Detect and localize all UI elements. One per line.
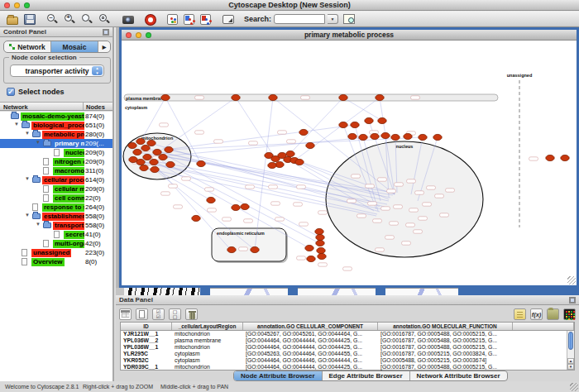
expander-icon[interactable]: ▼ xyxy=(36,140,41,145)
tab-node-attribute-browser[interactable]: Node Attribute Browser xyxy=(234,371,323,380)
network-canvas[interactable]: plasma membranecytoplasmmitochondrionnuc… xyxy=(122,41,577,285)
attribute-table-body[interactable]: YJR121W__1mitochondrion[GO:0045267, GO:0… xyxy=(121,331,574,370)
expander-icon[interactable]: ▼ xyxy=(25,131,30,136)
tree-row[interactable]: ▼biological_process651(0) xyxy=(0,121,112,130)
network-node[interactable] xyxy=(140,165,148,170)
network-node[interactable] xyxy=(227,246,236,252)
network-node[interactable] xyxy=(299,129,308,135)
zoom-region-icon[interactable] xyxy=(99,14,111,25)
column-header[interactable]: annotation.GO MOLECULAR_FUNCTION xyxy=(378,323,513,330)
table-cell[interactable]: YPL036W__1 xyxy=(121,344,172,351)
table-cell[interactable] xyxy=(513,337,574,344)
network-node[interactable] xyxy=(192,215,200,221)
layout-icon[interactable] xyxy=(167,14,178,25)
network-node[interactable] xyxy=(232,94,240,100)
network-node[interactable] xyxy=(136,138,145,144)
network-node[interactable] xyxy=(359,134,367,140)
frame-resize-grip[interactable] xyxy=(567,276,576,284)
network-node[interactable] xyxy=(381,132,390,138)
float-panel-icon[interactable] xyxy=(569,297,576,304)
table-scrollbar[interactable]: ▲ ▼ xyxy=(567,331,574,370)
network-node[interactable] xyxy=(306,142,314,148)
search-dropdown-button[interactable]: ▼ xyxy=(328,14,338,24)
tab-overflow-arrow[interactable]: ▶ xyxy=(98,41,110,52)
table-cell[interactable] xyxy=(513,364,574,370)
attribute-table-icon[interactable] xyxy=(119,308,132,320)
table-row[interactable]: YPL036W__1mitochondrion[GO:0044464, GO:0… xyxy=(121,344,574,351)
new-attribute-icon[interactable] xyxy=(136,308,148,320)
table-cell[interactable]: YPL036W__2 xyxy=(121,337,172,344)
float-panel-icon[interactable] xyxy=(103,29,109,36)
table-cell[interactable]: [GO:0005488, GO:0005215, GO:0003674] xyxy=(378,357,513,364)
network-node[interactable] xyxy=(159,154,167,160)
scrollbar-thumb[interactable] xyxy=(568,332,573,350)
table-cell[interactable]: mitochondrion xyxy=(172,331,243,337)
network-node[interactable] xyxy=(151,166,159,172)
network-node[interactable] xyxy=(251,246,259,252)
zoom-in-icon[interactable]: + xyxy=(65,14,76,25)
tree-row[interactable]: ▼metabolic process280(0) xyxy=(0,130,112,139)
table-cell[interactable]: cytoplasm xyxy=(172,351,243,357)
table-cell[interactable] xyxy=(513,357,574,364)
network-node[interactable] xyxy=(143,154,151,160)
table-cell[interactable]: [GO:0044464, GO:0044446, GO:0044444, G..… xyxy=(243,357,378,364)
network-node[interactable] xyxy=(561,155,569,160)
tab-edge-attribute-browser[interactable]: Edge Attribute Browser xyxy=(323,371,410,380)
table-row[interactable]: YDR039C__1mitochondrion[GO:0044464, GO:0… xyxy=(121,364,574,370)
network-node[interactable] xyxy=(315,228,323,234)
network-node[interactable] xyxy=(376,94,384,100)
network-node[interactable] xyxy=(339,94,347,100)
column-header[interactable]: _cellularLayoutRegion xyxy=(172,323,243,330)
table-cell[interactable] xyxy=(513,351,574,357)
tree-row[interactable]: response to stimulu264(0) xyxy=(0,203,112,212)
zoom-fit-icon[interactable] xyxy=(82,14,93,25)
network-node[interactable] xyxy=(316,234,324,240)
table-cell[interactable]: YKR052C xyxy=(121,357,172,364)
table-cell[interactable] xyxy=(513,344,574,351)
network-node[interactable] xyxy=(307,256,315,261)
tab-network-attribute-browser[interactable]: Network Attribute Browser xyxy=(410,371,507,380)
search-input[interactable] xyxy=(274,14,325,24)
save-icon[interactable] xyxy=(24,14,36,25)
table-cell[interactable]: [GO:0016787, GO:0005488, GO:0005215, G..… xyxy=(378,344,513,351)
zoom-out-icon[interactable]: – xyxy=(47,14,59,25)
attribute-table[interactable]: ID_cellularLayoutRegionannotation.GO CEL… xyxy=(120,322,575,370)
tree-row[interactable]: ▼transport558(0) xyxy=(0,221,112,230)
network-node[interactable] xyxy=(433,134,442,140)
network-node[interactable] xyxy=(317,247,325,253)
network-node[interactable] xyxy=(316,240,324,246)
table-cell[interactable]: [GO:0045267, GO:0045261, GO:0044464, G..… xyxy=(243,331,378,337)
network-node[interactable] xyxy=(128,142,136,148)
network-node[interactable] xyxy=(232,204,240,210)
tree-row[interactable]: ▼establishment of lo558(0) xyxy=(0,212,112,221)
network-node[interactable] xyxy=(269,94,277,100)
network-node[interactable] xyxy=(391,134,400,140)
network-node[interactable] xyxy=(197,160,205,166)
table-cell[interactable]: [GO:0016787, GO:0005488, GO:0005215, G..… xyxy=(378,331,513,337)
table-cell[interactable]: cytoplasm xyxy=(172,357,243,364)
network-node[interactable] xyxy=(286,151,294,156)
table-row[interactable]: YKR052Ccytoplasm[GO:0044464, GO:0044446,… xyxy=(121,357,574,364)
network-node[interactable] xyxy=(339,122,347,127)
network-node[interactable] xyxy=(133,149,141,155)
scrollbar-arrows[interactable]: ▲ ▼ xyxy=(567,358,574,370)
advanced-search-icon[interactable] xyxy=(343,14,355,24)
tree-row[interactable]: cellular metabo209(0) xyxy=(0,184,112,194)
select-nodes-checkbox[interactable]: ✓ xyxy=(7,88,15,96)
table-cell[interactable]: [GO:0045263, GO:0044464, GO:0044455, G..… xyxy=(243,351,378,357)
network-node[interactable] xyxy=(166,161,175,167)
vizmapper-icon[interactable] xyxy=(184,14,194,25)
table-cell[interactable]: [GO:0016787, GO:0005215, GO:0003824, G..… xyxy=(378,351,513,357)
network-node[interactable] xyxy=(207,197,215,203)
network-node[interactable] xyxy=(371,133,379,139)
network-node[interactable] xyxy=(365,117,373,123)
table-cell[interactable]: [GO:0044464, GO:0044444, GO:0044425, G..… xyxy=(243,344,378,351)
formula-builder-icon[interactable]: f(x) xyxy=(530,308,543,320)
tree-row[interactable]: mosaic-demo-yeast874(0) xyxy=(0,112,112,121)
node-color-dropdown[interactable]: transporter activity ▲▼ xyxy=(10,65,104,77)
unselect-attributes-icon[interactable]: ▢▢ xyxy=(169,308,181,320)
help-icon[interactable] xyxy=(146,15,156,25)
open-icon[interactable] xyxy=(7,17,18,25)
expander-icon[interactable]: ▼ xyxy=(14,122,19,127)
table-cell[interactable]: [GO:0044464, GO:0044444, GO:0044425, G..… xyxy=(243,364,378,370)
